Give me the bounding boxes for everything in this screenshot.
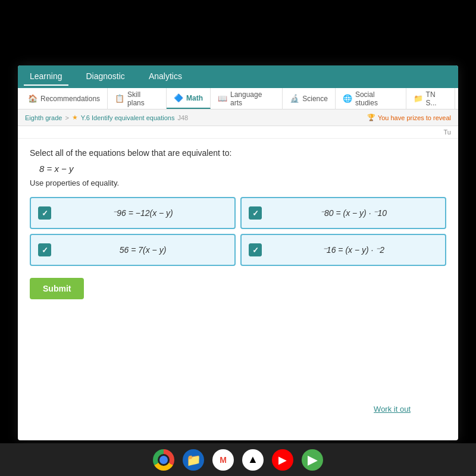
choice-label-3: 56 = 7(x − y) [58, 245, 227, 255]
main-equation: 8 = x − y [39, 164, 446, 174]
tab-skill-plans[interactable]: 📋 Skill plans [108, 88, 167, 109]
choice-1[interactable]: ⁻96 = −12(x − y) [30, 197, 236, 229]
youtube-icon[interactable]: ▶ [272, 449, 293, 471]
breadcrumb: Eighth grade > ★ Y.6 Identify equivalent… [18, 109, 458, 126]
play-store-icon[interactable]: ▶ [302, 449, 323, 471]
tab-science[interactable]: 🔬 Science [283, 88, 336, 109]
choice-label-1: ⁻96 = −12(x − y) [58, 208, 227, 218]
language-icon: 📖 [218, 94, 227, 103]
choice-label-2: ⁻80 = (x − y) · ⁻10 [269, 208, 438, 218]
star-icon: ★ [72, 114, 78, 121]
content-area: Select all of the equations below that a… [18, 139, 458, 315]
nav-learning[interactable]: Learning [24, 68, 68, 86]
choice-2[interactable]: ⁻80 = (x − y) · ⁻10 [240, 197, 446, 229]
breadcrumb-grade[interactable]: Eighth grade [25, 114, 62, 121]
question-instruction: Select all of the equations below that a… [30, 148, 446, 158]
breadcrumb-chevron: > [65, 114, 68, 121]
checkbox-4 [249, 243, 262, 256]
checkbox-2 [249, 206, 262, 220]
math-icon: 🔷 [174, 93, 183, 102]
subject-tabs: 🏠 Recommendations 📋 Skill plans 🔷 Math 📖… [18, 88, 458, 109]
choice-label-4: ⁻16 = (x − y) · ⁻2 [269, 245, 438, 255]
turn-indicator: Tu [18, 126, 458, 139]
science-icon: 🔬 [290, 94, 299, 103]
breadcrumb-skill[interactable]: Y.6 Identify equivalent equations [81, 114, 175, 121]
gmail-icon[interactable]: M [212, 449, 234, 471]
work-it-out-link[interactable]: Work it out [374, 405, 411, 414]
chrome-icon[interactable] [153, 449, 174, 471]
submit-button[interactable]: Submit [30, 278, 84, 299]
breadcrumb-code: J48 [177, 114, 188, 121]
checkbox-1 [38, 206, 51, 220]
recommendations-icon: 🏠 [28, 94, 37, 103]
trophy-icon: 🏆 [367, 114, 375, 121]
checkbox-3 [38, 243, 51, 256]
choice-4[interactable]: ⁻16 = (x − y) · ⁻2 [240, 234, 446, 266]
tab-math[interactable]: 🔷 Math [167, 88, 211, 109]
choice-3[interactable]: 56 = 7(x − y) [30, 234, 236, 266]
taskbar: 📁 M ▲ ▶ ▶ [0, 443, 476, 476]
choices-grid: ⁻96 = −12(x − y) ⁻80 = (x − y) · ⁻10 56 … [30, 197, 446, 266]
nav-diagnostic[interactable]: Diagnostic [80, 68, 131, 86]
drive-icon[interactable]: ▲ [242, 449, 264, 471]
hint-text: Use properties of equality. [30, 178, 446, 187]
nav-analytics[interactable]: Analytics [143, 68, 188, 86]
social-icon: 🌐 [343, 94, 352, 103]
top-nav: Learning Diagnostic Analytics [18, 65, 458, 88]
tn-icon: 📁 [414, 94, 423, 103]
tab-language-arts[interactable]: 📖 Language arts [211, 88, 283, 109]
prize-notification: 🏆 You have prizes to reveal [367, 114, 451, 121]
files-icon[interactable]: 📁 [183, 449, 204, 471]
tab-recommendations[interactable]: 🏠 Recommendations [21, 88, 108, 109]
skillplans-icon: 📋 [115, 94, 124, 103]
tab-tn[interactable]: 📁 TN S... [406, 88, 455, 109]
tab-social-studies[interactable]: 🌐 Social studies [336, 88, 406, 109]
